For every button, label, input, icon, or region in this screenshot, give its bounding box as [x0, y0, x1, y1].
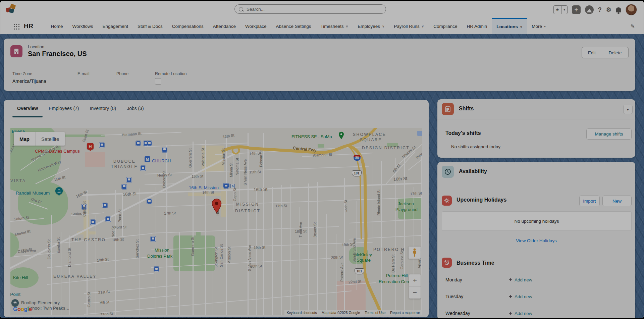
- business-time-row: Monday + Add new: [437, 271, 635, 288]
- muni-station-icon[interactable]: M: [145, 156, 150, 162]
- detail-tab[interactable]: Jobs (3): [121, 100, 149, 117]
- nav-tab-label: Workplace: [245, 24, 267, 29]
- map-label: TRIANGLE: [111, 164, 138, 169]
- nav-tab[interactable]: Home: [46, 18, 67, 34]
- map[interactable]: VISTADUBOCETRIANGLETHE CASTROMISSIONDIST…: [10, 128, 422, 315]
- bart-station-icon[interactable]: [223, 183, 229, 188]
- nav-tab[interactable]: Locations ∨: [492, 18, 527, 34]
- bart-mini-icon[interactable]: b: [230, 184, 235, 188]
- hospital-pin-icon[interactable]: H: [87, 143, 94, 150]
- app-launcher-waffle-icon[interactable]: [13, 23, 19, 30]
- detail-tab-label: Overview: [17, 106, 38, 111]
- detail-tab[interactable]: Overview: [12, 100, 43, 117]
- map-decoration: [115, 190, 116, 315]
- chevron-down-icon: ▾: [544, 24, 546, 28]
- star-icon[interactable]: ★: [554, 6, 561, 14]
- nav-tab-label: Workflows: [72, 24, 93, 29]
- fitness-poi-pin[interactable]: [338, 131, 344, 140]
- field-label: E-mail: [77, 71, 89, 76]
- map-decoration: [226, 135, 227, 315]
- map-label: 19th St: [342, 242, 354, 247]
- street-view-pegman[interactable]: [409, 247, 421, 259]
- detail-tab[interactable]: Employees (7): [43, 100, 84, 117]
- view-older-holidays-link[interactable]: View Older Holidays: [437, 238, 635, 243]
- help-icon[interactable]: ?: [598, 6, 602, 13]
- transit-station-icon: [90, 220, 95, 225]
- attribution-link[interactable]: Terms of Use: [365, 311, 385, 315]
- map-label: CHURCH: [152, 158, 171, 163]
- nav-tab[interactable]: Payroll Runs ∨: [389, 18, 429, 34]
- header-divider: [4, 67, 635, 67]
- zoom-out-button[interactable]: −: [409, 287, 421, 299]
- zoom-in-button[interactable]: +: [409, 274, 421, 287]
- business-time-title: Business Time: [457, 260, 494, 266]
- notifications-bell-icon[interactable]: [616, 7, 621, 12]
- map-label: Rooftop Elementary: [21, 300, 60, 305]
- favorites-control[interactable]: ★ ▾: [553, 5, 568, 14]
- nav-tab[interactable]: Attendance: [208, 18, 240, 34]
- map-label: Dolores Park: [147, 254, 172, 259]
- map-decoration: [122, 194, 123, 237]
- nav-tab[interactable]: Timesheets ∨: [316, 18, 353, 34]
- map-decoration: [193, 142, 194, 315]
- trailhead-icon[interactable]: [585, 5, 594, 14]
- map-type-label: Map: [19, 136, 30, 142]
- map-label: Central Fwy: [292, 146, 317, 153]
- google-logo-letter: o: [17, 306, 21, 312]
- map-type-label: Satellite: [41, 136, 59, 142]
- new-button[interactable]: New: [602, 196, 632, 206]
- edit-button[interactable]: Edit: [582, 47, 602, 58]
- add-new-link[interactable]: Add new: [515, 277, 532, 282]
- map-label: 16th St: [254, 187, 268, 192]
- map-label: Lexington St: [214, 247, 218, 268]
- nav-tab[interactable]: Staff & Docs: [133, 18, 167, 34]
- app-navigation: HR Home Workflows Engagement: [0, 18, 644, 35]
- nav-tab[interactable]: Workplace: [240, 18, 271, 34]
- detail-tab[interactable]: Inventory (0): [85, 100, 122, 117]
- nav-tab-label: Compensations: [172, 24, 204, 29]
- map-label: 13th St: [222, 133, 234, 139]
- map-decoration: [272, 187, 273, 315]
- map-type-button[interactable]: Map: [14, 132, 35, 146]
- setup-gear-icon[interactable]: ⚙: [606, 6, 611, 13]
- shifts-title: Shifts: [459, 106, 474, 112]
- shifts-collapse-button[interactable]: ▼: [623, 105, 633, 114]
- attribution-link[interactable]: Map data ©2023 Google: [322, 311, 360, 315]
- map-label: EUREKA VALLEY: [53, 274, 97, 279]
- user-avatar[interactable]: [626, 4, 637, 15]
- edit-nav-pencil-icon[interactable]: ✎: [631, 23, 635, 30]
- location-marker-pin[interactable]: [212, 199, 222, 213]
- map-type-toggle: MapSatellite: [14, 132, 65, 146]
- transit-station-icon: [106, 217, 111, 222]
- app-name[interactable]: HR: [24, 22, 33, 30]
- nav-tab[interactable]: Employees ∨: [353, 18, 389, 34]
- nav-tab[interactable]: Engagement: [98, 18, 133, 34]
- nav-tab[interactable]: More ▾: [527, 18, 550, 34]
- map-label: 17th St: [275, 204, 287, 208]
- map-decoration: [166, 145, 167, 315]
- google-logo-letter: o: [21, 306, 24, 312]
- map-label: Mission: [155, 248, 169, 253]
- attribution-link[interactable]: Report a map error: [390, 311, 420, 315]
- search-input[interactable]: [246, 6, 382, 12]
- add-new-link[interactable]: Add new: [515, 311, 532, 316]
- holidays-empty-text: No upcoming holidays: [515, 219, 559, 224]
- manage-shifts-button[interactable]: Manage shifts: [586, 128, 632, 140]
- import-button[interactable]: Import: [579, 196, 600, 206]
- global-header: ★ ▾ + ? ⚙: [0, 1, 644, 18]
- quick-create-icon[interactable]: +: [572, 5, 581, 14]
- global-search[interactable]: [234, 4, 386, 14]
- nav-tab[interactable]: Absence Settings: [271, 18, 316, 34]
- add-new-link[interactable]: Add new: [515, 294, 532, 299]
- attribution-link[interactable]: Keyboard shortcuts: [286, 311, 317, 315]
- nav-tab[interactable]: Compliance: [429, 18, 462, 34]
- map-type-button[interactable]: Satellite: [35, 132, 65, 146]
- favorites-caret-icon[interactable]: ▾: [561, 6, 567, 14]
- school-poi-icon[interactable]: [11, 299, 19, 307]
- nav-tab[interactable]: HR Admin: [462, 18, 492, 34]
- nav-tab[interactable]: Compensations: [167, 18, 208, 34]
- nav-tab[interactable]: Workflows: [67, 18, 98, 34]
- museum-poi-icon[interactable]: [55, 187, 63, 195]
- remote-location-checkbox[interactable]: [155, 78, 161, 85]
- delete-button[interactable]: Delete: [602, 47, 629, 58]
